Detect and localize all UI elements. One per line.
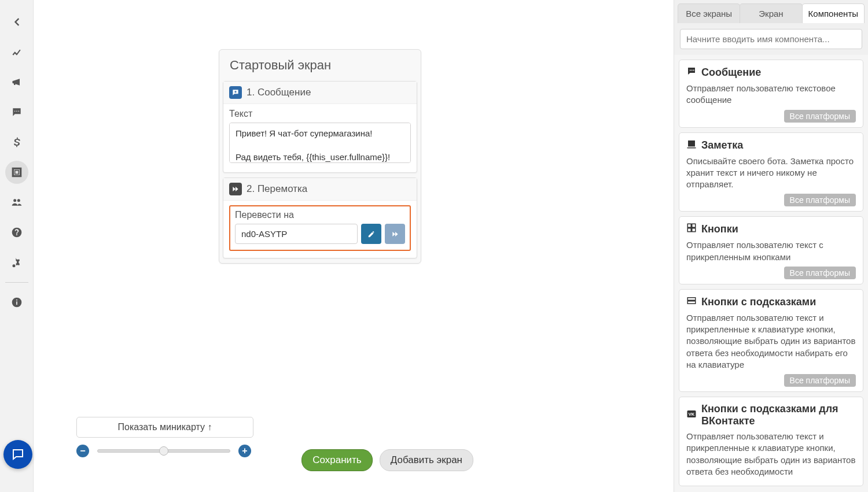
nav-chat[interactable]	[5, 101, 28, 124]
component-card-title-text: Сообщение	[701, 66, 761, 79]
support-chat-button[interactable]	[3, 440, 32, 469]
nav-help[interactable]	[5, 221, 28, 244]
chat-icon	[11, 106, 23, 118]
svg-rect-5	[16, 299, 17, 301]
component-card-desc: Отправляет пользователю текст с прикрепл…	[686, 239, 856, 263]
svg-point-8	[693, 70, 694, 71]
grid-icon	[686, 223, 697, 236]
component-rewind[interactable]: 2. Перемотка Перевести на	[223, 177, 417, 258]
save-button[interactable]: Сохранить	[301, 449, 372, 471]
fast-forward-icon	[229, 183, 242, 195]
component-card[interactable]: VK Кнопки с подсказками для ВКонтакте От…	[679, 397, 863, 486]
component-message-header[interactable]: 1. Сообщение	[223, 82, 417, 104]
component-message[interactable]: 1. Сообщение Текст	[223, 81, 417, 173]
arrow-left-icon	[11, 16, 23, 28]
zoom-slider-thumb[interactable]	[159, 446, 168, 456]
speech-bubble-icon	[11, 447, 25, 461]
vk-icon: VK	[686, 409, 697, 422]
component-card-title: Кнопки	[686, 223, 856, 236]
nav-info[interactable]	[5, 291, 28, 314]
component-card-title: VK Кнопки с подсказками для ВКонтакте	[686, 403, 856, 427]
pencil-icon	[367, 230, 376, 238]
megaphone-icon	[11, 76, 23, 88]
help-icon	[11, 227, 23, 238]
add-screen-button[interactable]: Добавить экран	[380, 449, 473, 471]
goto-target-button[interactable]	[385, 224, 405, 244]
component-card-title-text: Кнопки с подсказками	[701, 296, 816, 308]
nav-analytics[interactable]	[5, 40, 28, 64]
component-card-title-text: Заметка	[701, 139, 743, 151]
platform-badge: Все платформы	[784, 194, 856, 206]
right-panel: Все экраны Экран Компоненты Сообщение От…	[674, 0, 868, 492]
screen-actions: Сохранить Добавить экран	[301, 449, 473, 471]
component-list[interactable]: Сообщение Отправляет пользователю тексто…	[674, 55, 868, 492]
nav-design[interactable]	[5, 161, 28, 184]
minimap-toggle-button[interactable]: Показать миникарту ↑	[76, 417, 253, 438]
gears-icon	[11, 257, 23, 268]
nav-users[interactable]	[5, 191, 28, 214]
nav-settings[interactable]	[5, 251, 28, 274]
svg-point-2	[18, 111, 19, 112]
svg-point-6	[690, 70, 691, 71]
layout-icon	[11, 167, 23, 178]
platform-badge: Все платформы	[784, 110, 856, 123]
screen-card[interactable]: Стартовый экран 1. Сообщение Текст 2. Пе…	[219, 49, 421, 264]
svg-point-1	[16, 111, 17, 112]
svg-rect-4	[16, 301, 17, 305]
component-card-title-text: Кнопки с подсказками для ВКонтакте	[701, 403, 856, 427]
component-rewind-header-label: 2. Перемотка	[247, 183, 307, 195]
canvas-controls: Показать миникарту ↑ − +	[76, 417, 253, 457]
svg-text:VK: VK	[689, 412, 695, 417]
svg-point-7	[692, 70, 693, 71]
message-text-input[interactable]	[229, 123, 411, 163]
text-label: Текст	[229, 109, 411, 119]
sidebar-divider	[5, 282, 28, 283]
zoom-out-button[interactable]: −	[76, 445, 89, 457]
transfer-label: Перевести на	[235, 210, 405, 220]
component-card-desc: Описывайте своего бота. Заметка просто х…	[686, 156, 856, 191]
screen-title: Стартовый экран	[219, 50, 421, 79]
component-card[interactable]: Заметка Описывайте своего бота. Заметка …	[679, 132, 863, 212]
component-card-title: Кнопки с подсказками	[686, 295, 856, 309]
forward-icon	[391, 230, 400, 238]
nav-billing[interactable]	[5, 131, 28, 154]
svg-point-0	[14, 111, 15, 112]
edit-target-button[interactable]	[361, 224, 381, 244]
tab-components[interactable]: Компоненты	[802, 3, 865, 23]
component-card-title-text: Кнопки	[701, 223, 738, 235]
platform-badge: Все платформы	[784, 267, 856, 279]
zoom-in-button[interactable]: +	[238, 445, 251, 457]
tab-all-screens[interactable]: Все экраны	[678, 3, 740, 23]
message-plus-icon	[229, 86, 242, 99]
note-icon	[686, 139, 697, 152]
left-sidebar	[0, 0, 34, 492]
component-card[interactable]: Кнопки с подсказками Отправляет пользова…	[679, 289, 863, 392]
rows-icon	[686, 295, 697, 309]
component-card-title: Заметка	[686, 139, 856, 152]
transfer-target-input[interactable]	[235, 224, 358, 244]
component-card-desc: Отправляет пользователю текст и прикрепл…	[686, 312, 856, 371]
component-card-title: Сообщение	[686, 66, 856, 79]
dollar-icon	[11, 136, 23, 148]
message-icon	[686, 66, 697, 79]
users-icon	[11, 197, 23, 208]
component-card-desc: Отправляет пользователю текстовое сообще…	[686, 83, 856, 106]
component-card-desc: Отправляет пользователю текст и прикрепл…	[686, 431, 856, 478]
zoom-controls: − +	[76, 445, 253, 457]
component-card[interactable]: Кнопки Отправляет пользователю текст с п…	[679, 216, 863, 284]
tab-screen[interactable]: Экран	[740, 3, 802, 23]
chart-line-icon	[11, 46, 23, 58]
component-message-header-label: 1. Сообщение	[247, 87, 311, 98]
platform-badge: Все платформы	[784, 374, 856, 387]
info-icon	[11, 297, 23, 308]
highlighted-section: Перевести на	[229, 205, 411, 251]
canvas-area[interactable]: Стартовый экран 1. Сообщение Текст 2. Пе…	[34, 0, 674, 492]
zoom-slider[interactable]	[97, 449, 230, 453]
nav-back[interactable]	[5, 10, 28, 34]
nav-broadcast[interactable]	[5, 71, 28, 94]
component-rewind-header[interactable]: 2. Перемотка	[223, 178, 417, 201]
component-rewind-body: Перевести на	[223, 201, 417, 258]
component-card[interactable]: Сообщение Отправляет пользователю тексто…	[679, 60, 863, 128]
component-search-input[interactable]	[680, 29, 862, 49]
panel-tabs: Все экраны Экран Компоненты	[674, 0, 868, 23]
